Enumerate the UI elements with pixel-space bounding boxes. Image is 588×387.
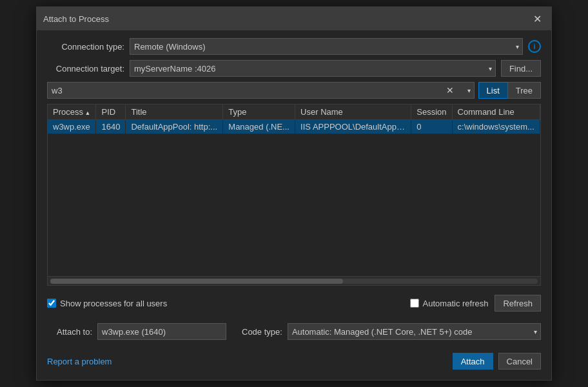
connection-type-dropdown-wrap: Remote (Windows) ▾: [130, 38, 523, 55]
process-table-area: Process PID Title Type User Name Session…: [47, 104, 541, 286]
col-title[interactable]: Title: [126, 104, 223, 120]
code-type-wrap: Automatic: Managed (.NET Core, .NET 5+) …: [288, 323, 541, 340]
search-row: ✕ ▾ List Tree: [47, 82, 541, 99]
connection-type-label: Connection type:: [47, 42, 124, 52]
connection-type-select[interactable]: Remote (Windows): [130, 38, 523, 55]
tree-view-button[interactable]: Tree: [507, 82, 541, 99]
attach-button[interactable]: Attach: [453, 353, 493, 370]
auto-refresh-checkbox[interactable]: [410, 299, 419, 308]
scrollbar-thumb[interactable]: [50, 279, 343, 284]
auto-refresh-wrap: Automatic refresh: [410, 299, 489, 308]
attach-to-label: Attach to:: [47, 327, 92, 337]
col-username[interactable]: User Name: [295, 104, 411, 120]
table-scroll[interactable]: Process PID Title Type User Name Session…: [48, 104, 540, 276]
dialog-title: Attach to Process: [43, 14, 109, 24]
list-view-button[interactable]: List: [478, 82, 507, 99]
auto-refresh-label: Automatic refresh: [423, 299, 489, 308]
show-all-users-checkbox-wrap[interactable]: Show processes for all users: [47, 299, 167, 308]
cell-title: DefaultAppPool: http:...: [126, 120, 223, 134]
code-type-select[interactable]: Automatic: Managed (.NET Core, .NET 5+) …: [288, 323, 541, 340]
search-clear-button[interactable]: ✕: [444, 85, 456, 95]
attach-to-process-dialog: Attach to Process ✕ Connection type: Rem…: [36, 6, 552, 381]
process-table: Process PID Title Type User Name Session…: [48, 104, 540, 134]
connection-target-row: Connection target: myServerName :4026 ▾ …: [47, 60, 541, 77]
search-dropdown-button[interactable]: ▾: [467, 87, 471, 94]
cancel-button[interactable]: Cancel: [498, 353, 541, 370]
show-all-users-label: Show processes for all users: [60, 299, 167, 308]
attach-to-row: Attach to: Code type: Automatic: Managed…: [47, 321, 541, 342]
bottom-buttons: Attach Cancel: [453, 353, 541, 370]
connection-target-label: Connection target:: [47, 64, 124, 74]
col-type[interactable]: Type: [223, 104, 295, 120]
scrollbar-track: [50, 279, 538, 284]
table-header-row: Process PID Title Type User Name Session…: [48, 104, 540, 120]
footer-row: Show processes for all users Automatic r…: [47, 291, 541, 315]
connection-type-row: Connection type: Remote (Windows) ▾ i: [47, 38, 541, 55]
connection-target-dropdown-wrap: myServerName :4026 ▾: [130, 60, 496, 77]
info-icon[interactable]: i: [528, 40, 541, 53]
sort-process-icon: Process: [53, 107, 90, 117]
title-bar: Attach to Process ✕: [37, 7, 551, 30]
connection-target-select[interactable]: myServerName :4026: [130, 60, 496, 77]
col-commandline[interactable]: Command Line: [452, 104, 540, 120]
col-pid[interactable]: PID: [96, 104, 126, 120]
attach-to-input[interactable]: [97, 323, 226, 340]
cell-session: 0: [411, 120, 452, 134]
search-wrap: ✕ ▾: [47, 82, 475, 99]
table-row[interactable]: w3wp.exe 1640 DefaultAppPool: http:... M…: [48, 120, 540, 134]
cell-type: Managed (.NE...: [223, 120, 295, 134]
cell-commandline: c:\windows\system...: [452, 120, 540, 134]
cell-pid: 1640: [96, 120, 126, 134]
horizontal-scrollbar[interactable]: [48, 276, 540, 285]
col-session[interactable]: Session: [411, 104, 452, 120]
cell-process: w3wp.exe: [48, 120, 96, 134]
search-input[interactable]: [47, 82, 475, 99]
report-problem-link[interactable]: Report a problem: [47, 357, 112, 366]
code-type-label: Code type:: [242, 327, 282, 337]
close-button[interactable]: ✕: [529, 11, 545, 26]
col-process[interactable]: Process: [48, 104, 96, 120]
show-all-users-checkbox[interactable]: [47, 299, 56, 308]
find-button[interactable]: Find...: [501, 60, 541, 77]
table-body: w3wp.exe 1640 DefaultAppPool: http:... M…: [48, 120, 540, 134]
table-header: Process PID Title Type User Name Session…: [48, 104, 540, 120]
cell-username: IIS APPPOOL\DefaultAppPool: [295, 120, 411, 134]
dialog-body: Connection type: Remote (Windows) ▾ i Co…: [37, 30, 551, 380]
bottom-action-row: Report a problem Attach Cancel: [47, 348, 541, 372]
view-toggle: List Tree: [478, 82, 541, 99]
refresh-button[interactable]: Refresh: [495, 295, 541, 312]
